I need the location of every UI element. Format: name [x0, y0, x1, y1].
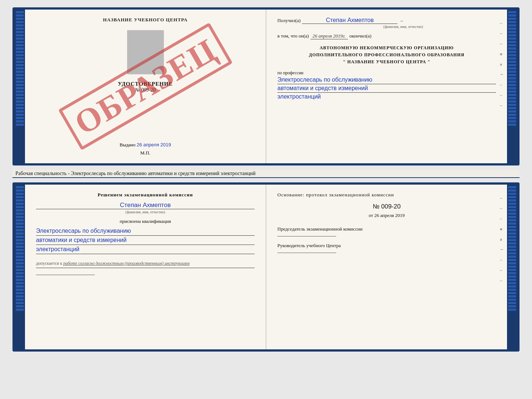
bl-assign: присвоена квалификация — [36, 218, 255, 224]
okonchil-label: окончил(а) — [349, 33, 371, 39]
br-date-value: 26 апреля 2019 — [374, 213, 405, 218]
vtom-date: 26 апреля 2019г. — [310, 33, 348, 39]
d9: – — [500, 103, 504, 107]
mp-label: М.П. — [140, 150, 150, 156]
bl-fio-sub: (фамилия, имя, отчество) — [36, 210, 255, 214]
poluchil-row: Получил(a) Степан Ахмептов – — [277, 17, 496, 24]
d5: а — [500, 62, 504, 66]
br-date-prefix: от — [369, 213, 373, 218]
d4: и — [500, 51, 504, 56]
vtom-row: в том, что он(а) 26 апреля 2019г. окончи… — [277, 33, 496, 39]
bl-qual1: Электрослесарь по обслуживанию — [36, 227, 255, 236]
cert-center-title: НАЗВАНИЕ УЧЕБНОГО ЦЕНТРА — [103, 17, 188, 23]
document-bottom: Решением экзаменационной комиссии Степан… — [12, 182, 520, 352]
br-head-sign — [277, 253, 336, 253]
right-dashes-top: – – – и а ← – – – — [500, 21, 504, 107]
dash-after-name: – — [400, 18, 403, 24]
br-chairman: Председатель экзаменационной комиссии — [277, 226, 496, 232]
bd8: – — [500, 268, 504, 272]
bl-title: Решением экзаменационной комиссии — [36, 192, 255, 198]
br-date: от 26 апреля 2019 — [277, 213, 496, 218]
bd6: ← — [500, 247, 504, 252]
org-line2: ДОПОЛНИТЕЛЬНОГО ПРОФЕССИОНАЛЬНОГО ОБРАЗО… — [277, 51, 496, 58]
bd7: – — [500, 257, 504, 262]
bd2: – — [500, 206, 504, 210]
bl-sign-line — [36, 275, 95, 275]
bl-admit-value: работе согласно должностным (производств… — [63, 261, 190, 266]
d1: – — [500, 21, 504, 25]
org-line3: " НАЗВАНИЕ УЧЕБНОГО ЦЕНТРА " — [277, 58, 496, 65]
top-right-page: Получил(a) Степан Ахмептов – (фамилия, и… — [266, 10, 507, 163]
d6: ← — [500, 72, 504, 76]
prof-line3: электростанций — [277, 93, 496, 101]
bl-name: Степан Ахмептов — [36, 202, 255, 209]
udost-label: УДОСТОВЕРЕНИЕ — [118, 81, 173, 87]
spine-left-bottom — [15, 185, 25, 349]
d7: – — [500, 82, 504, 87]
br-number: № 009-20 — [277, 203, 496, 210]
poluchil-label: Получил(a) — [277, 18, 301, 24]
bd1: – — [500, 196, 504, 200]
description-row: Рабочая специальность - Электрослесарь п… — [12, 170, 520, 178]
bl-qual3: электростанций — [36, 245, 255, 254]
prof-line2: автоматики и средств измерений — [277, 84, 496, 93]
bl-qual2: автоматики и средств измерений — [36, 236, 255, 245]
vydano-date: 26 апреля 2019 — [137, 142, 171, 147]
vtom-label: в том, что он(а) — [277, 33, 309, 39]
bd5: а — [500, 237, 504, 241]
po-professii: по профессии — [277, 70, 496, 76]
bottom-left-page: Решением экзаменационной комиссии Степан… — [25, 185, 266, 349]
org-block: АВТОНОМНУЮ НЕКОММЕРЧЕСКУЮ ОРГАНИЗАЦИЮ ДО… — [277, 44, 496, 66]
prof-line1: Электрослесарь по обслуживанию — [277, 76, 496, 84]
br-head: Руководитель учебного Центра — [277, 242, 496, 249]
spine-right-top — [507, 10, 517, 163]
fio-sub-top: (фамилия, имя, отчество) — [310, 25, 496, 29]
right-dashes-bottom: – – – и а ← – – – — [500, 196, 504, 282]
poluchil-name: Степан Ахмептов — [302, 17, 398, 24]
bd4: и — [500, 227, 504, 231]
br-title: Основание: протокол экзаменационной коми… — [277, 192, 496, 198]
spine-right-bottom — [507, 185, 517, 349]
br-chairman-sign — [277, 236, 336, 236]
vydano-label: Выдано — [119, 142, 135, 147]
document-top: НАЗВАНИЕ УЧЕБНОГО ЦЕНТРА ОБРАЗЕЦ УДОСТОВ… — [12, 7, 520, 165]
org-line1: АВТОНОМНУЮ НЕКОММЕРЧЕСКУЮ ОРГАНИЗАЦИЮ — [277, 44, 496, 51]
bd3: – — [500, 216, 504, 221]
bl-admit-label: допускается к — [36, 261, 62, 266]
photo-placeholder — [127, 30, 164, 74]
bd9: – — [500, 278, 504, 282]
d8: – — [500, 93, 504, 97]
d2: – — [500, 31, 504, 35]
bottom-right-page: Основание: протокол экзаменационной коми… — [266, 185, 507, 349]
bl-admit: допускается к работе согласно должностны… — [36, 261, 255, 268]
description-text: Рабочая специальность - Электрослесарь п… — [15, 171, 255, 176]
udost-number: № 009-20 — [135, 87, 155, 93]
spine-left — [15, 10, 25, 163]
top-left-page: НАЗВАНИЕ УЧЕБНОГО ЦЕНТРА ОБРАЗЕЦ УДОСТОВ… — [25, 10, 266, 163]
d3: – — [500, 41, 504, 46]
